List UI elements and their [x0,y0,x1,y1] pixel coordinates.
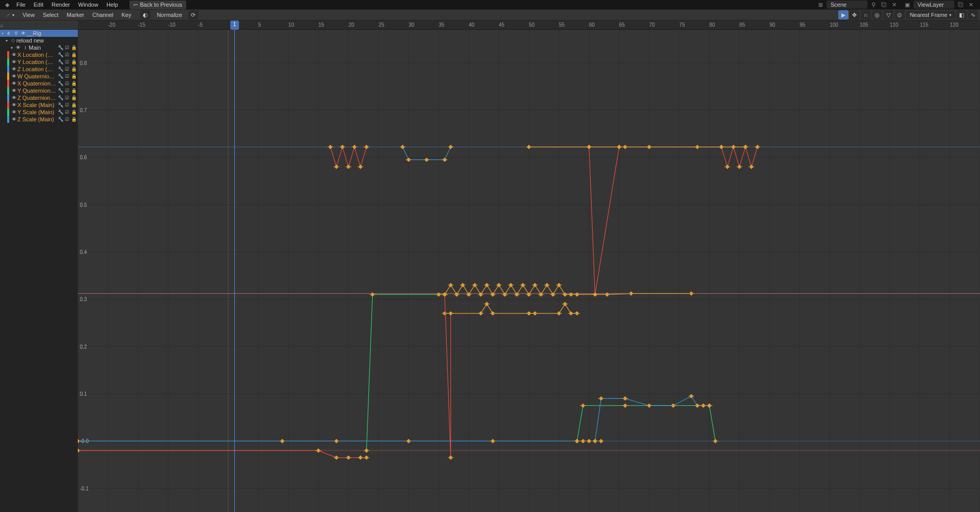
wrench-icon[interactable]: 🔧 [57,74,63,79]
channel-row[interactable]: 👁Y Quaternion Rot🔧☑🔒 [0,87,78,94]
channel-row[interactable]: 👁W Quaternion Rot🔧☑🔒 [0,73,78,80]
show-markers-toggle[interactable]: ◧ [956,10,967,19]
checkbox-icon[interactable]: ☑ [64,110,70,115]
toolbar-menu-select[interactable]: Select [39,11,63,19]
top-menu-window[interactable]: Window [74,1,102,9]
lock-icon[interactable]: 🔒 [71,95,77,100]
eye-icon[interactable]: 👁 [14,45,21,50]
channel-row[interactable]: 👁Y Scale (Main)🔧☑🔒 [0,109,78,116]
disclosure-icon[interactable]: ▾ [9,46,14,50]
graph-canvas[interactable]: 1 -20-15-10-5510152025303540455055606570… [78,20,980,512]
pin-icon[interactable]: ⚲ [12,31,19,36]
wrench-icon[interactable]: 🔧 [57,67,63,72]
eye-icon[interactable]: 👁 [10,81,17,86]
lock-icon[interactable]: 🔒 [71,81,77,86]
checkbox-icon[interactable]: ☑ [64,59,70,65]
checkbox-icon[interactable]: ☑ [64,67,70,72]
channel-row[interactable]: 👁X Scale (Main)🔧☑🔒 [0,101,78,109]
top-menu-render[interactable]: Render [48,1,74,9]
channel-row[interactable]: 👁Y Location (Main)🔧☑🔒 [0,58,78,66]
pin-icon[interactable]: ⚲ [869,1,878,9]
eye-icon[interactable]: 👁 [10,102,17,108]
checkbox-icon[interactable]: ☑ [64,45,70,50]
lock-icon[interactable]: 🔒 [71,74,77,79]
checkbox-icon[interactable]: ☑ [64,102,70,108]
channel-row[interactable]: 👁Z Location (Main)🔧☑🔒 [0,66,78,73]
filter-toggle[interactable]: ▽ [883,10,894,19]
scene-selector[interactable]: ⊞ Scene ⚲ ⿻ ✕ [814,1,900,9]
ghost-curves-toggle[interactable]: ◐ [140,10,150,19]
auto-normalize-toggle[interactable]: ⟳ [188,10,199,19]
tree-action-row[interactable]: ▾ ◇ reload new [0,37,78,44]
checkbox-icon[interactable]: ☑ [64,117,70,122]
viewlayer-selector[interactable]: ▣ ViewLayer ⿻ ✕ [901,1,977,9]
disclosure-icon[interactable]: ▾ [0,31,5,36]
wrench-icon[interactable]: 🔧 [57,81,63,86]
wrench-icon[interactable]: 🔧 [57,117,63,122]
select-tool-button[interactable]: ▶ [838,10,848,19]
lock-icon[interactable]: 🔒 [71,67,77,72]
toolbar-menu-channel[interactable]: Channel [88,11,117,19]
lock-icon[interactable]: 🔒 [71,102,77,108]
viewlayer-name[interactable]: ViewLayer [913,1,954,9]
eye-icon[interactable]: 👁 [10,59,17,65]
lock-icon[interactable]: 🔒 [71,117,77,122]
auto-snap-dropdown[interactable]: Nearest Frame ▾ [906,11,955,19]
eye-icon[interactable]: 👁 [10,88,17,93]
channel-row[interactable]: 👁Z Quaternion Rot🔧☑🔒 [0,94,78,101]
checkbox-icon[interactable]: ☑ [64,74,70,79]
wrench-icon[interactable]: 🔧 [57,88,63,93]
tree-bone-row[interactable]: ▾ 👁 ⟟ Main 🔧 ☑ 🔒 [0,44,78,51]
top-menu-edit[interactable]: Edit [30,1,48,9]
disclosure-icon[interactable]: ▾ [4,38,9,43]
channel-search-input[interactable] [4,21,78,29]
channel-row[interactable]: 👁X Quaternion Rot🔧☑🔒 [0,80,78,87]
normalize-toggle[interactable]: Normalize [153,11,186,19]
tree-object-row[interactable]: ▾ ⋔ ⚲ 👁 __Rig [0,30,78,37]
pivot-point-dropdown[interactable]: ⊙ [895,10,905,19]
editor-type-dropdown[interactable]: ⟋ ▾ [2,11,17,19]
eye-icon[interactable]: 👁 [10,74,17,79]
eye-icon[interactable]: 👁 [10,117,17,122]
timeline-ruler[interactable]: 1 -20-15-10-5510152025303540455055606570… [78,20,980,30]
copy-scene-icon[interactable]: ⿻ [880,1,888,9]
lock-icon[interactable]: 🔒 [71,45,77,50]
copy-viewlayer-icon[interactable]: ⿻ [956,1,965,9]
wrench-icon[interactable]: 🔧 [57,59,63,65]
checkbox-icon[interactable]: ☑ [64,95,70,100]
eye-icon[interactable]: 👁 [10,110,17,115]
eye-icon[interactable]: 👁 [10,95,17,100]
checkbox-icon[interactable]: ☑ [64,88,70,93]
checkbox-icon[interactable]: ☑ [64,81,70,86]
lock-icon[interactable]: 🔒 [71,110,77,115]
delete-scene-icon[interactable]: ✕ [890,1,898,9]
back-to-previous-button[interactable]: ⤺ Back to Previous [129,1,187,9]
eye-icon[interactable]: 👁 [19,31,27,36]
toolbar-menu-view[interactable]: View [18,11,39,19]
wrench-icon[interactable]: 🔧 [57,95,63,100]
toolbar-menu-key[interactable]: Key [117,11,135,19]
snap-toggle[interactable]: ∩ [861,10,871,19]
wrench-icon[interactable]: 🔧 [57,45,63,50]
checkbox-icon[interactable]: ☑ [64,52,70,57]
wrench-icon[interactable]: 🔧 [57,102,63,108]
lock-icon[interactable]: 🔒 [71,52,77,57]
delete-viewlayer-icon[interactable]: ✕ [967,1,975,9]
eye-icon[interactable]: 👁 [10,67,17,72]
top-menu-file[interactable]: File [12,1,30,9]
channel-row[interactable]: 👁X Location (Main)🔧☑🔒 [0,51,78,58]
eye-icon[interactable]: 👁 [10,52,17,57]
show-sliders-toggle[interactable]: ∿ [968,10,978,19]
wrench-icon[interactable]: 🔧 [57,110,63,115]
top-menu-help[interactable]: Help [102,1,122,9]
wrench-icon[interactable]: 🔧 [57,52,63,57]
lock-icon[interactable]: 🔒 [71,88,77,93]
scene-name[interactable]: Scene [826,1,867,9]
toolbar-menu-marker[interactable]: Marker [62,11,88,19]
proportional-edit-toggle[interactable]: ◎ [872,10,882,19]
ruler-tick: -15 [138,20,145,30]
channel-row[interactable]: 👁Z Scale (Main)🔧☑🔒 [0,116,78,123]
cursor-tool-button[interactable]: ✥ [850,10,860,19]
lock-icon[interactable]: 🔒 [71,59,77,65]
playhead-marker[interactable]: 1 [230,20,239,30]
